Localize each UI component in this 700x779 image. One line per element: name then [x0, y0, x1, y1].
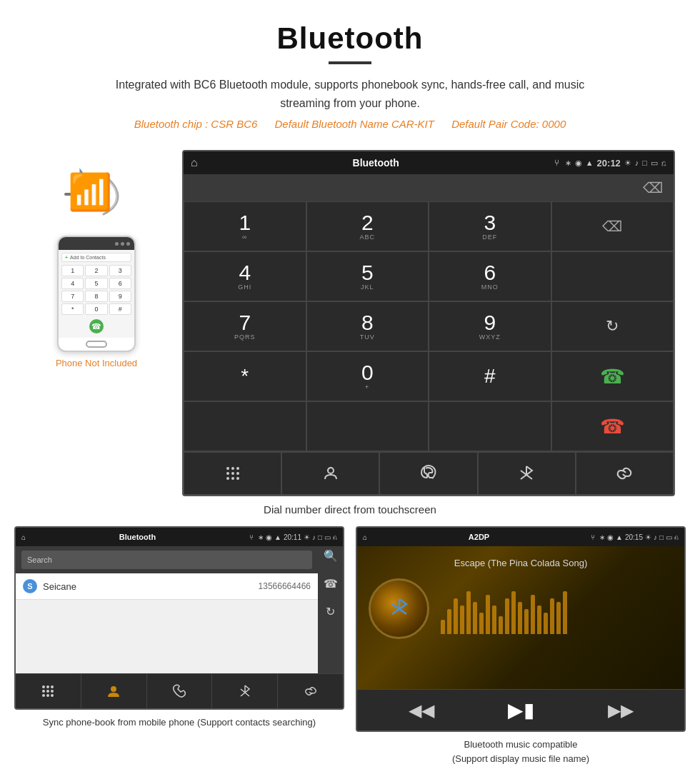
key-3[interactable]: 3 DEF: [429, 201, 551, 251]
page-description: Integrated with BC6 Bluetooth module, su…: [100, 76, 600, 112]
key-9[interactable]: 9 WXYZ: [429, 301, 551, 351]
bluetooth-action-icon: [518, 465, 535, 482]
phone-key-4[interactable]: 4: [61, 278, 84, 289]
contact-row[interactable]: S Seicane 13566664466: [16, 573, 318, 600]
key-9-letters: WXYZ: [479, 333, 501, 341]
viz-bar: [441, 620, 445, 634]
phonebook-list: S Seicane 13566664466: [16, 573, 318, 673]
phone-home-button[interactable]: [86, 341, 107, 348]
key-8[interactable]: 8 TUV: [306, 301, 429, 351]
phone-not-included-label: Phone Not Included: [56, 358, 137, 368]
svg-line-26: [241, 689, 245, 693]
phone-call-button[interactable]: ☎: [89, 319, 104, 333]
key-0[interactable]: 0 +: [306, 351, 429, 401]
mu-screen-title: A2DP: [371, 533, 586, 541]
pb-app-icon[interactable]: □: [318, 533, 322, 541]
mu-app-icon[interactable]: □: [659, 533, 664, 541]
phone-dot-3: [126, 242, 130, 246]
pb-back-icon[interactable]: ⎌: [333, 533, 337, 541]
svg-point-18: [51, 685, 54, 688]
play-pause-button[interactable]: ▶▮: [508, 698, 534, 722]
end-call-row: ☎: [184, 401, 674, 451]
action-keypad[interactable]: [184, 452, 281, 495]
phone-key-6[interactable]: 6: [109, 278, 131, 289]
key-6[interactable]: 6 MNO: [429, 251, 551, 301]
volume-icon[interactable]: ♪: [635, 159, 639, 167]
backspace-button[interactable]: ⌫: [643, 179, 663, 196]
svg-point-11: [231, 477, 234, 480]
status-icons: ∗ ◉ ▲ 20:12 ☀ ♪ □ ▭ ⎌: [565, 158, 666, 169]
svg-point-22: [42, 694, 45, 697]
pb-action-bluetooth[interactable]: [212, 674, 278, 708]
action-bluetooth[interactable]: [478, 452, 576, 495]
mu-win-icon[interactable]: ▭: [666, 533, 672, 541]
pb-action-phone[interactable]: [147, 674, 213, 708]
viz-bar: [556, 602, 561, 634]
app-icon[interactable]: □: [642, 159, 647, 167]
phone-key-hash[interactable]: #: [109, 303, 131, 315]
pb-home-icon[interactable]: ⌂: [21, 533, 26, 541]
svg-point-9: [236, 472, 239, 475]
mu-cam-icon[interactable]: ☀: [645, 533, 651, 541]
camera-icon[interactable]: ☀: [624, 159, 631, 168]
key-1[interactable]: 1 ∞: [184, 201, 306, 251]
back-icon[interactable]: ⎌: [661, 159, 666, 167]
action-link[interactable]: [576, 452, 674, 495]
phone-screen: + Add to Contacts 1 2 3 4 5 6 7 8 9 * 0 …: [59, 250, 134, 338]
key-4-letters: GHI: [238, 283, 251, 291]
phone-key-star[interactable]: *: [61, 303, 84, 315]
call-right-icon[interactable]: ☎: [324, 577, 338, 590]
key-star[interactable]: *: [184, 351, 306, 401]
phone-key-7[interactable]: 7: [61, 291, 84, 302]
pb-cam-icon[interactable]: ☀: [304, 533, 310, 541]
prev-button[interactable]: ◀◀: [409, 700, 434, 720]
mu-vol-icon[interactable]: ♪: [654, 533, 657, 541]
pb-action-user[interactable]: [81, 674, 147, 708]
end-call-button[interactable]: ☎: [600, 415, 625, 438]
home-icon[interactable]: ⌂: [191, 156, 198, 169]
viz-bar: [479, 613, 484, 634]
keypad-icon: [224, 465, 241, 482]
mu-usb-icon: ⑂: [591, 533, 595, 541]
pb-action-link[interactable]: [278, 674, 343, 708]
svg-point-17: [46, 685, 49, 688]
phonebook-search-bar: Search: [16, 546, 318, 573]
call-button[interactable]: ☎: [600, 365, 625, 388]
phone-key-8[interactable]: 8: [85, 291, 107, 302]
refresh-right-icon[interactable]: ↻: [326, 605, 335, 618]
mu-back-icon[interactable]: ⎌: [674, 533, 679, 541]
pb-vol-icon[interactable]: ♪: [312, 533, 316, 541]
window-icon[interactable]: ▭: [651, 159, 658, 168]
key-7[interactable]: 7 PQRS: [184, 301, 306, 351]
phone-key-2[interactable]: 2: [85, 265, 107, 276]
pb-win-icon[interactable]: ▭: [324, 533, 331, 541]
phone-key-9[interactable]: 9: [109, 291, 131, 302]
pb-action-grid[interactable]: [16, 674, 81, 708]
key-5[interactable]: 5 JKL: [306, 251, 429, 301]
spec-chip: Bluetooth chip : CSR BC6: [134, 118, 258, 130]
search-right-icon[interactable]: 🔍: [324, 549, 338, 563]
action-phone[interactable]: [379, 452, 477, 495]
viz-bar: [499, 616, 503, 634]
backspace-key[interactable]: ⌫: [602, 218, 622, 235]
mu-bt-icon: ∗: [599, 533, 605, 541]
phonebook-main: Search S Seicane 13566664466: [16, 546, 318, 673]
phone-key-1[interactable]: 1: [61, 265, 84, 276]
phone-key-0[interactable]: 0: [85, 303, 107, 315]
music-block: ⌂ A2DP ⑂ ∗ ◉ ▲ 20:15 ☀ ♪ □ ▭ ⎌ Escape (T…: [356, 526, 686, 765]
pb-bt-icon: ∗: [258, 533, 264, 541]
phone-key-5[interactable]: 5: [85, 278, 107, 289]
key-4[interactable]: 4 GHI: [184, 251, 306, 301]
refresh-button[interactable]: ↻: [606, 317, 619, 336]
key-1-number: 1: [239, 212, 251, 233]
next-button[interactable]: ▶▶: [608, 700, 634, 720]
key-8-number: 8: [361, 312, 374, 333]
action-contacts[interactable]: [281, 452, 379, 495]
key-hash[interactable]: #: [429, 351, 551, 401]
key-2[interactable]: 2 ABC: [306, 201, 429, 251]
phone-icon: [420, 465, 437, 482]
mu-home-icon[interactable]: ⌂: [363, 533, 367, 541]
phone-mockup: + Add to Contacts 1 2 3 4 5 6 7 8 9 * 0 …: [57, 236, 136, 352]
search-input[interactable]: Search: [21, 551, 312, 569]
phone-key-3[interactable]: 3: [109, 265, 131, 276]
